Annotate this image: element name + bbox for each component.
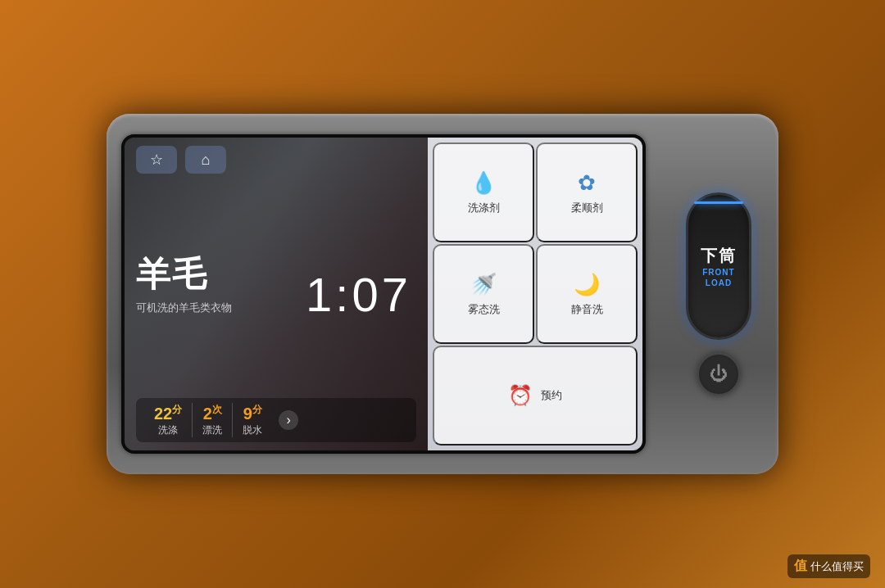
drum-label-cn: 下筒 xyxy=(701,245,737,267)
top-nav: ☆ ⌂ xyxy=(136,146,416,174)
screen: ☆ ⌂ 羊毛 可机洗的羊毛类衣物 1:07 22分 xyxy=(125,138,642,450)
stat-rinse-value: 2次 xyxy=(203,403,222,423)
stat-wash: 22分 洗涤 xyxy=(144,403,193,437)
power-icon: ⏻ xyxy=(710,364,728,385)
mode-desc: 可机洗的羊毛类衣物 xyxy=(136,301,416,315)
stat-spin-value: 9分 xyxy=(243,403,262,423)
schedule-label: 预约 xyxy=(541,388,562,403)
more-button[interactable]: › xyxy=(279,410,298,430)
screen-bezel: ☆ ⌂ 羊毛 可机洗的羊毛类衣物 1:07 22分 xyxy=(121,134,646,454)
home-button[interactable]: ⌂ xyxy=(185,146,226,174)
star-icon: ☆ xyxy=(150,151,163,169)
left-panel: ☆ ⌂ 羊毛 可机洗的羊毛类衣物 1:07 22分 xyxy=(125,138,428,450)
stat-rinse: 2次 漂洗 xyxy=(193,403,233,437)
power-button[interactable]: ⏻ xyxy=(697,353,740,396)
softener-button[interactable]: ✿ 柔顺剂 xyxy=(536,142,638,242)
stat-spin: 9分 脱水 xyxy=(233,403,272,437)
detergent-button[interactable]: 💧 洗涤剂 xyxy=(433,142,534,242)
mist-icon: 🚿 xyxy=(470,272,497,297)
watermark-text: 什么值得买 xyxy=(810,559,864,574)
stat-spin-label: 脱水 xyxy=(243,423,262,437)
bottom-stats: 22分 洗涤 2次 漂洗 9分 脱水 › xyxy=(136,398,416,442)
softener-icon: ✿ xyxy=(578,170,596,196)
quiet-label: 静音洗 xyxy=(571,302,603,317)
right-panel: 💧 洗涤剂 ✿ 柔顺剂 🚿 雾态洗 🌙 静音洗 xyxy=(428,138,642,450)
main-content: 羊毛 可机洗的羊毛类衣物 xyxy=(136,180,416,395)
stat-wash-label: 洗涤 xyxy=(158,423,178,437)
drum-label-en: FRONTLOAD xyxy=(702,267,734,288)
detergent-label: 洗涤剂 xyxy=(468,201,500,215)
favorite-button[interactable]: ☆ xyxy=(136,146,177,174)
mist-label: 雾态洗 xyxy=(468,302,500,317)
side-controls: 下筒 FRONTLOAD ⏻ xyxy=(674,192,764,396)
softener-label: 柔顺剂 xyxy=(571,201,603,215)
stat-rinse-label: 漂洗 xyxy=(202,423,222,437)
mode-name: 羊毛 xyxy=(136,251,416,297)
quiet-icon: 🌙 xyxy=(574,272,600,297)
watermark: 值 什么值得买 xyxy=(787,554,870,578)
stat-wash-value: 22分 xyxy=(154,403,182,423)
schedule-button[interactable]: ⏰ 预约 xyxy=(433,346,638,446)
detergent-icon: 💧 xyxy=(470,170,497,196)
quiet-wash-button[interactable]: 🌙 静音洗 xyxy=(536,244,638,344)
mist-wash-button[interactable]: 🚿 雾态洗 xyxy=(433,244,534,344)
drum-selector[interactable]: 下筒 FRONTLOAD xyxy=(686,192,751,340)
watermark-logo: 值 xyxy=(794,558,807,575)
machine-outer: ☆ ⌂ 羊毛 可机洗的羊毛类衣物 1:07 22分 xyxy=(107,114,778,474)
schedule-icon: ⏰ xyxy=(508,384,533,407)
home-icon: ⌂ xyxy=(202,152,211,169)
